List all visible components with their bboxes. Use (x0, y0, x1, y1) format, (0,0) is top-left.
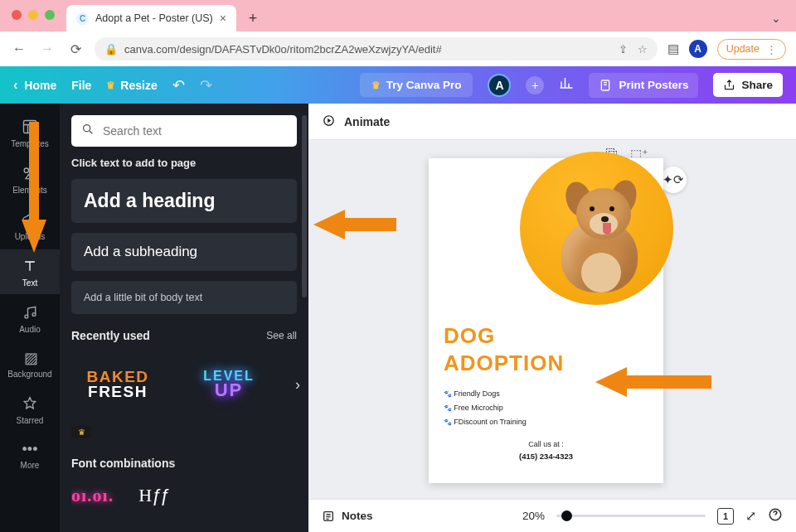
browser-chrome: C Adopt a Pet - Poster (US) × + ⌄ ← → ⟳ … (0, 0, 796, 66)
rail-text[interactable]: Text (0, 249, 60, 294)
print-posters-button[interactable]: Print Posters (589, 73, 698, 98)
crown-icon: ♛ (371, 80, 381, 91)
recently-used-header: Recently used See all (71, 329, 297, 342)
font-thumb-level-up[interactable]: LEVELUP (182, 355, 275, 414)
browser-tab-bar: C Adopt a Pet - Poster (US) × + ⌄ (0, 0, 796, 31)
rail-background[interactable]: ▨ Background (0, 342, 60, 385)
font-thumb-baked-fresh[interactable]: BAKEDFRESH (71, 355, 164, 414)
profile-avatar[interactable]: A (689, 40, 707, 58)
nav-back-icon[interactable]: ← (10, 41, 28, 56)
svg-point-2 (24, 168, 28, 172)
svg-point-8 (84, 125, 90, 132)
address-bar[interactable]: 🔒 canva.com/design/DAFASTvDk0o/ritom2bcr… (95, 37, 658, 60)
svg-rect-3 (31, 168, 36, 173)
panel-hint: Click text to add to page (71, 157, 297, 169)
tabs-overflow-icon[interactable]: ⌄ (764, 5, 788, 31)
bookmark-icon[interactable]: ☆ (638, 43, 648, 56)
poster-title[interactable]: DOG ADOPTION (444, 322, 564, 376)
extensions-icon[interactable]: ▤ (667, 41, 679, 56)
nav-reload-icon[interactable]: ⟳ (66, 41, 85, 57)
svg-point-4 (25, 315, 28, 318)
user-avatar[interactable]: A (488, 74, 511, 97)
rail-audio[interactable]: Audio (0, 296, 60, 341)
tab-title: Adopt a Pet - Poster (US) (95, 12, 213, 24)
window-minimize-icon[interactable] (28, 10, 38, 20)
help-icon[interactable] (768, 507, 783, 525)
file-menu[interactable]: File (71, 79, 91, 92)
share-url-icon[interactable]: ⇪ (619, 43, 628, 56)
workspace: Templates Elements Uploads Text Audio ▨ … (0, 104, 796, 532)
zoom-slider[interactable] (556, 515, 706, 517)
share-button[interactable]: Share (713, 73, 783, 97)
rail-starred[interactable]: Starred (0, 387, 60, 432)
rail-uploads[interactable]: Uploads (0, 203, 60, 248)
zoom-value[interactable]: 20% (522, 510, 545, 522)
templates-icon (22, 118, 38, 135)
add-body-text-option[interactable]: Add a little bit of body text (71, 281, 297, 314)
rail-more[interactable]: ••• More (0, 433, 60, 476)
search-text-field[interactable] (103, 124, 287, 138)
canvas-area: Animate ⿻ ⬚⁺ ✦⟳ DOG (308, 104, 796, 532)
canvas-stage[interactable]: ⿻ ⬚⁺ ✦⟳ DOG ADOPTION (308, 140, 796, 499)
text-panel: ‹ Click text to add to page Add a headin… (60, 104, 308, 532)
poster-bullets[interactable]: Friendly Dogs Free Microchip FDiscount o… (444, 387, 527, 429)
browser-tab[interactable]: C Adopt a Pet - Poster (US) × (66, 5, 236, 31)
thumbs-next-icon[interactable]: › (295, 376, 300, 394)
text-icon (22, 258, 38, 274)
annotation-arrow-left-icon (313, 206, 396, 243)
notes-button[interactable]: Notes (322, 510, 373, 523)
svg-point-5 (32, 313, 36, 317)
fullscreen-icon[interactable]: ⤢ (745, 508, 756, 524)
tab-close-icon[interactable]: × (220, 12, 226, 25)
search-icon (81, 123, 95, 139)
undo-button[interactable]: ↶ (172, 76, 185, 94)
window-fullscreen-icon[interactable] (45, 10, 55, 20)
audio-icon (22, 304, 38, 321)
redo-button[interactable]: ↷ (200, 76, 212, 94)
window-close-icon[interactable] (12, 10, 22, 20)
recently-used-thumbs: BAKEDFRESH LEVELUP › (71, 355, 297, 414)
home-button[interactable]: ‹ Home (13, 78, 56, 93)
page-indicator[interactable]: 1 (717, 508, 734, 525)
rail-templates[interactable]: Templates (0, 110, 60, 155)
panel-scrollbar[interactable] (302, 115, 307, 297)
background-icon: ▨ (24, 351, 36, 365)
animate-icon (322, 114, 336, 130)
crown-icon: ♛ (78, 428, 85, 437)
see-all-link[interactable]: See all (266, 330, 297, 341)
add-subheading-option[interactable]: Add a subheading (71, 233, 297, 271)
crown-icon: ♛ (106, 80, 115, 91)
resize-button[interactable]: ♛ Resize (106, 79, 157, 92)
nav-forward-icon[interactable]: → (38, 41, 56, 56)
svg-rect-1 (24, 121, 36, 133)
browser-right-actions: ▤ A Update (667, 39, 786, 60)
uploads-icon (22, 211, 38, 228)
poster-dog-image[interactable] (520, 152, 673, 305)
font-combinations-header: Font combinations (71, 457, 297, 470)
rail-elements[interactable]: Elements (0, 157, 60, 201)
invite-button[interactable]: + (526, 76, 544, 94)
svg-marker-10 (313, 210, 396, 239)
editor-bottom-bar: Notes 20% 1 ⤢ (308, 499, 796, 532)
search-text-input[interactable] (71, 115, 297, 147)
magic-recommend-button[interactable]: ✦⟳ (660, 167, 687, 193)
window-controls (12, 10, 55, 20)
more-icon: ••• (22, 442, 38, 457)
pro-badge: ♛ (71, 425, 91, 438)
chevron-left-icon: ‹ (13, 78, 17, 93)
context-toolbar: Animate (308, 104, 796, 140)
insights-icon[interactable] (559, 75, 574, 94)
add-heading-option[interactable]: Add a heading (71, 179, 297, 223)
url-text: canva.com/design/DAFASTvDk0o/ritom2bcrZA… (124, 43, 442, 56)
new-tab-button[interactable]: + (241, 7, 265, 30)
editor-top-bar: ‹ Home File ♛ Resize ↶ ↷ ♛ Try Canva Pro… (0, 66, 796, 104)
star-icon (22, 395, 38, 412)
animate-button[interactable]: Animate (344, 115, 390, 128)
design-page[interactable]: DOG ADOPTION Friendly Dogs Free Microchi… (429, 158, 663, 483)
zoom-thumb[interactable] (561, 510, 572, 521)
poster-contact[interactable]: Call us at : (415) 234-4323 (429, 440, 663, 461)
try-pro-button[interactable]: ♛ Try Canva Pro (360, 73, 473, 97)
font-combo-preview[interactable]: oı.oı. (71, 485, 114, 506)
font-combo-preview[interactable]: Hƒƒ (138, 485, 168, 506)
browser-update-button[interactable]: Update (717, 39, 786, 60)
